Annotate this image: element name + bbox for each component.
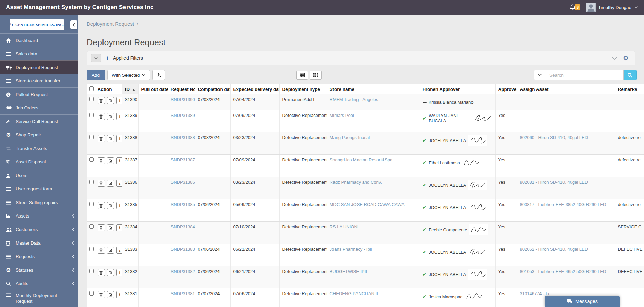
sidebar-item-users[interactable]: Users (0, 169, 78, 182)
assign-asset-link[interactable]: 802060 - Hiron SD-410, 40gal LED (517, 132, 615, 155)
request-no-link[interactable]: SNDP31386 (168, 177, 195, 199)
request-no-link[interactable]: SNDP31382 (168, 266, 195, 288)
sidebar-item-audits[interactable]: Audits (0, 277, 78, 290)
sidebar-item-requests[interactable]: Requests (0, 250, 78, 263)
column-header-request-no[interactable]: Request No (168, 84, 195, 94)
export-button[interactable] (152, 70, 165, 80)
info-button[interactable]: i (116, 202, 122, 209)
store-name-link[interactable]: Mimars Pool (327, 110, 420, 132)
column-header-deployment-type[interactable]: Deployment Type (279, 84, 327, 94)
add-filter-button[interactable]: + (105, 54, 110, 62)
notifications-button[interactable]: 8 (570, 4, 580, 10)
breadcrumb-item[interactable]: Deployment Request (87, 21, 134, 27)
edit-button[interactable] (107, 135, 114, 142)
request-no-link[interactable]: SNDP31388 (168, 132, 195, 155)
edit-button[interactable] (107, 113, 114, 120)
column-header-remarks[interactable]: Remarks (615, 84, 644, 94)
sidebar-item-statuses[interactable]: ⚙ Statuses (0, 263, 78, 277)
row-checkbox[interactable] (89, 224, 94, 229)
edit-button[interactable] (107, 224, 114, 231)
assign-asset-link[interactable] (517, 94, 615, 110)
row-checkbox[interactable] (89, 97, 94, 101)
row-checkbox[interactable] (89, 157, 94, 162)
info-button[interactable]: i (116, 269, 122, 276)
row-checkbox[interactable] (89, 135, 94, 139)
sidebar-collapse-button[interactable] (70, 20, 77, 29)
search-options-dropdown[interactable] (534, 70, 546, 80)
column-header-expected-delivery-date[interactable]: Expected delivery date (230, 84, 279, 94)
edit-button[interactable] (107, 269, 114, 276)
info-button[interactable]: i (116, 224, 122, 231)
info-button[interactable]: i (116, 113, 122, 120)
request-no-link[interactable]: SNDP31385 (168, 199, 195, 222)
request-no-link[interactable]: SNDP31387 (168, 155, 195, 177)
filters-expand-button[interactable] (91, 54, 101, 62)
column-header-id[interactable]: ID (122, 84, 138, 94)
request-no-link[interactable]: SNDP31389 (168, 110, 195, 132)
info-button[interactable]: i (116, 135, 122, 142)
column-header-froneri-approver[interactable]: Froneri Approver (420, 84, 495, 94)
with-selected-dropdown[interactable]: With Selected (107, 70, 150, 80)
sidebar-item-assets[interactable]: Assets (0, 209, 78, 223)
store-name-link[interactable]: Radz Pharmacy and Conv. (327, 177, 420, 199)
delete-button[interactable] (98, 97, 105, 104)
sidebar-item-user-request-form[interactable]: User request form (0, 182, 78, 196)
store-name-link[interactable]: BUDGETWISE IPIL (327, 266, 420, 288)
assign-asset-link[interactable] (517, 155, 615, 177)
edit-button[interactable] (107, 202, 114, 209)
row-checkbox[interactable] (89, 113, 94, 117)
store-name-link[interactable]: MDC SAN JOSE ROAD CAWA CAWA (327, 199, 420, 222)
sidebar-item-shop-repair[interactable]: ⚙ Shop Repair (0, 128, 78, 142)
sidebar-item-service-call-request[interactable]: Service Call Request (0, 114, 78, 128)
filters-collapse-button[interactable] (612, 57, 617, 60)
request-no-link[interactable]: SNDP31381 (168, 288, 195, 307)
delete-button[interactable] (98, 247, 105, 254)
sidebar-item-asset-disposal[interactable]: Asset Disposal (0, 155, 78, 169)
delete-button[interactable] (98, 113, 105, 120)
sidebar-item-master-data[interactable]: Master Data (0, 236, 78, 250)
sidebar-item-customers[interactable]: Customers (0, 223, 78, 236)
avatar[interactable] (586, 3, 596, 12)
sidebar-item-transfer-assets[interactable]: Transfer Assets (0, 142, 78, 155)
edit-button[interactable] (107, 180, 114, 187)
column-header-completion-date[interactable]: Completion date (195, 84, 230, 94)
store-name-link[interactable]: RMFM Trading - Angeles (327, 94, 420, 110)
messages-button[interactable]: Messages (545, 296, 620, 307)
edit-button[interactable] (107, 247, 114, 254)
request-no-link[interactable]: SNDP31383 (168, 244, 195, 266)
sidebar-item-job-orders[interactable]: Job Orders (0, 101, 78, 114)
info-button[interactable]: i (116, 291, 122, 298)
info-button[interactable]: i (116, 247, 122, 254)
row-checkbox[interactable] (89, 269, 94, 273)
grid-view-button[interactable] (310, 71, 322, 80)
select-all-checkbox[interactable] (89, 86, 94, 91)
gear-icon[interactable]: ⚙ (623, 55, 629, 61)
search-input[interactable] (546, 70, 624, 80)
search-button[interactable] (624, 70, 637, 80)
info-button[interactable]: i (116, 97, 122, 104)
column-header-store-name[interactable]: Store name (327, 84, 420, 94)
table-view-button[interactable] (296, 71, 308, 80)
store-name-link[interactable]: CHEDENG PANCITAN II (327, 288, 420, 307)
chevron-down-icon[interactable] (635, 6, 638, 8)
request-no-link[interactable]: SNDP31390 (168, 94, 195, 110)
delete-button[interactable] (98, 291, 105, 298)
store-name-link[interactable]: Shangri-las Mactan Resort&Spa (327, 155, 420, 177)
row-checkbox[interactable] (89, 202, 94, 206)
request-no-link[interactable]: SNDP31384 (168, 222, 195, 244)
assign-asset-link[interactable] (517, 110, 615, 132)
edit-button[interactable] (107, 157, 114, 164)
store-name-link[interactable]: Mang Paengs Inasal (327, 132, 420, 155)
assign-asset-link[interactable]: 800817 - Liebherr EFE 3852 40G R290 LED (517, 199, 615, 222)
edit-button[interactable] (107, 97, 114, 104)
column-header-action[interactable]: Action (95, 84, 122, 94)
assign-asset-link[interactable]: 802081 - Hiron SD-410, 40gal LED (517, 177, 615, 199)
sidebar-item-dashboard[interactable]: Dashboard (0, 33, 78, 47)
delete-button[interactable] (98, 157, 105, 164)
delete-button[interactable] (98, 269, 105, 276)
sidebar-item-sales-data[interactable]: Sales data (0, 47, 78, 60)
sidebar-item-street-selling-repairs[interactable]: Street Selling repairs (0, 196, 78, 209)
assign-asset-link[interactable]: 801053 - Liebherr EFE 4652 50G R290 LED (517, 266, 615, 288)
sidebar-item-pullout-request[interactable]: Pullout Request (0, 87, 78, 101)
delete-button[interactable] (98, 202, 105, 209)
